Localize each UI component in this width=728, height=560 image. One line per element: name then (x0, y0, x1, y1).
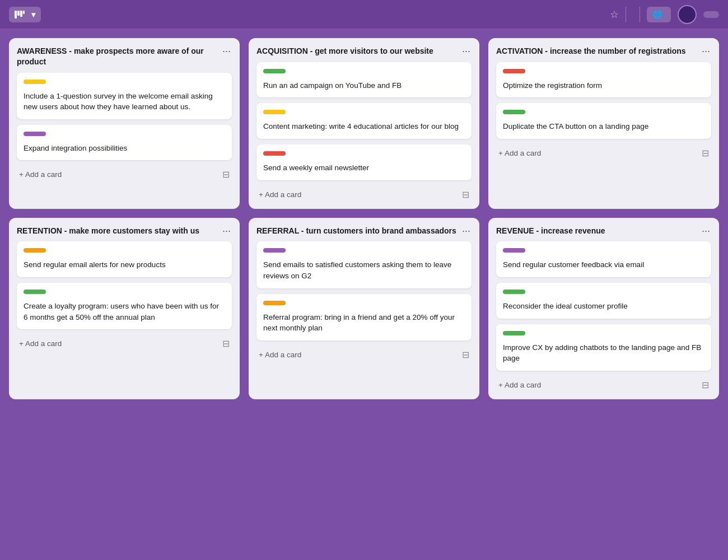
card-tag-red (503, 69, 525, 73)
column-menu-acquisition[interactable]: ··· (461, 46, 472, 56)
column-title-acquisition: ACQUISITION - get more visitors to our w… (256, 46, 461, 57)
card-revenue-0[interactable]: Send regular customer feedback via email (496, 241, 711, 277)
column-menu-awareness[interactable]: ··· (221, 46, 232, 56)
invite-button[interactable] (703, 11, 719, 18)
card-tag-yellow (263, 110, 286, 114)
add-card-button-retention[interactable]: + Add a card (19, 339, 62, 348)
template-icon-revenue[interactable]: ⊟ (702, 380, 709, 390)
column-menu-referral[interactable]: ··· (461, 226, 472, 236)
column-header-retention: RETENTION - make more customers stay wit… (17, 226, 232, 236)
template-icon-retention[interactable]: ⊟ (222, 338, 230, 349)
column-awareness: AWARENESS - make prospects more aware of… (9, 38, 240, 209)
card-tag-green (503, 110, 525, 114)
card-revenue-2[interactable]: Improve CX by adding chatbots to the lan… (496, 324, 711, 371)
svg-rect-0 (15, 11, 17, 18)
card-text-revenue-1: Reconsider the ideal customer profile (503, 301, 704, 312)
column-header-revenue: REVENUE - increase revenue··· (496, 226, 711, 236)
card-text-referral-1: Referral program: bring in a friend and … (263, 312, 465, 334)
card-text-awareness-0: Include a 1-question survey in the welco… (24, 91, 225, 113)
column-menu-revenue[interactable]: ··· (701, 226, 711, 236)
card-text-acquisition-1: Content marketing: write 4 educational a… (263, 121, 465, 132)
column-title-retention: RETENTION - make more customers stay wit… (17, 226, 221, 236)
card-acquisition-2[interactable]: Send a weekly email newsletter (256, 144, 472, 180)
card-text-awareness-1: Expand integration possibilities (24, 143, 225, 154)
header: ▾ ☆ 🌐 (0, 0, 728, 29)
avatar[interactable] (678, 5, 697, 24)
svg-rect-1 (17, 11, 20, 16)
add-card-button-acquisition[interactable]: + Add a card (259, 190, 301, 199)
card-text-activation-1: Duplicate the CTA button on a landing pa… (503, 121, 704, 132)
add-card-button-awareness[interactable]: + Add a card (19, 170, 62, 179)
column-acquisition: ACQUISITION - get more visitors to our w… (249, 38, 479, 209)
add-card-row-revenue: + Add a card⊟ (496, 376, 711, 391)
card-tag-green (503, 290, 525, 294)
add-card-row-referral: + Add a card⊟ (256, 346, 472, 361)
card-activation-0[interactable]: Optimize the registration form (496, 62, 711, 98)
column-activation: ACTIVATION - increase the number of regi… (488, 38, 719, 209)
card-activation-1[interactable]: Duplicate the CTA button on a landing pa… (496, 103, 711, 139)
chevron-down-icon: ▾ (31, 10, 35, 19)
card-referral-0[interactable]: Send emails to satisfied customers askin… (256, 241, 472, 288)
card-tag-green (24, 290, 46, 294)
add-card-button-revenue[interactable]: + Add a card (498, 381, 541, 389)
card-text-acquisition-0: Run an ad campaign on YouTube and FB (263, 80, 465, 91)
column-title-activation: ACTIVATION - increase the number of regi… (496, 46, 701, 57)
column-retention: RETENTION - make more customers stay wit… (9, 218, 240, 399)
card-tag-orange (263, 301, 286, 305)
header-divider-2 (640, 7, 640, 22)
template-icon-acquisition[interactable]: ⊟ (462, 189, 469, 200)
svg-rect-2 (20, 11, 22, 17)
template-icon-referral[interactable]: ⊟ (462, 349, 469, 360)
card-awareness-1[interactable]: Expand integration possibilities (17, 125, 232, 161)
card-retention-1[interactable]: Create a loyalty program: users who have… (17, 283, 232, 329)
card-text-retention-0: Send regular email alerts for new produc… (24, 259, 225, 270)
board: AWARENESS - make prospects more aware of… (0, 29, 728, 408)
card-tag-yellow (24, 80, 46, 84)
column-header-awareness: AWARENESS - make prospects more aware of… (17, 46, 232, 67)
header-divider (626, 7, 626, 22)
card-text-referral-0: Send emails to satisfied customers askin… (263, 259, 465, 281)
card-tag-purple (24, 132, 46, 136)
card-revenue-1[interactable]: Reconsider the ideal customer profile (496, 283, 711, 319)
template-icon-awareness[interactable]: ⊟ (222, 169, 230, 180)
card-awareness-0[interactable]: Include a 1-question survey in the welco… (17, 73, 232, 119)
add-card-row-acquisition: + Add a card⊟ (256, 186, 472, 201)
card-tag-orange (24, 248, 46, 253)
column-menu-activation[interactable]: ··· (701, 46, 711, 56)
card-acquisition-0[interactable]: Run an ad campaign on YouTube and FB (256, 62, 472, 98)
card-text-retention-1: Create a loyalty program: users who have… (24, 301, 225, 323)
column-menu-retention[interactable]: ··· (221, 226, 232, 236)
public-button[interactable]: 🌐 (647, 7, 671, 22)
globe-icon: 🌐 (652, 10, 662, 19)
column-title-referral: REFERRAL - turn customers into brand amb… (256, 226, 461, 236)
column-header-activation: ACTIVATION - increase the number of regi… (496, 46, 711, 57)
add-card-row-awareness: + Add a card⊟ (17, 166, 232, 181)
card-tag-red (263, 151, 286, 156)
column-header-acquisition: ACQUISITION - get more visitors to our w… (256, 46, 472, 57)
card-tag-green (263, 69, 286, 73)
card-tag-purple (503, 248, 525, 253)
card-retention-0[interactable]: Send regular email alerts for new produc… (17, 241, 232, 277)
card-tag-purple (263, 248, 286, 253)
column-header-referral: REFERRAL - turn customers into brand amb… (256, 226, 472, 236)
svg-rect-3 (23, 11, 25, 14)
card-text-revenue-2: Improve CX by adding chatbots to the lan… (503, 342, 704, 364)
add-card-button-activation[interactable]: + Add a card (498, 149, 541, 157)
column-title-revenue: REVENUE - increase revenue (496, 226, 701, 236)
card-text-acquisition-2: Send a weekly email newsletter (263, 162, 465, 174)
card-text-revenue-0: Send regular customer feedback via email (503, 259, 704, 270)
column-referral: REFERRAL - turn customers into brand amb… (249, 218, 479, 399)
column-title-awareness: AWARENESS - make prospects more aware of… (17, 46, 221, 67)
star-button[interactable]: ☆ (610, 8, 619, 21)
add-card-button-referral[interactable]: + Add a card (259, 351, 301, 359)
column-revenue: REVENUE - increase revenue···Send regula… (488, 218, 719, 399)
template-icon-activation[interactable]: ⊟ (702, 148, 709, 158)
add-card-row-retention: + Add a card⊟ (17, 335, 232, 350)
add-card-row-activation: + Add a card⊟ (496, 144, 711, 160)
card-acquisition-1[interactable]: Content marketing: write 4 educational a… (256, 103, 472, 139)
board-icon (15, 11, 25, 18)
card-tag-green (503, 331, 525, 335)
board-button[interactable]: ▾ (9, 7, 41, 22)
card-referral-1[interactable]: Referral program: bring in a friend and … (256, 294, 472, 340)
card-text-activation-0: Optimize the registration form (503, 80, 704, 91)
